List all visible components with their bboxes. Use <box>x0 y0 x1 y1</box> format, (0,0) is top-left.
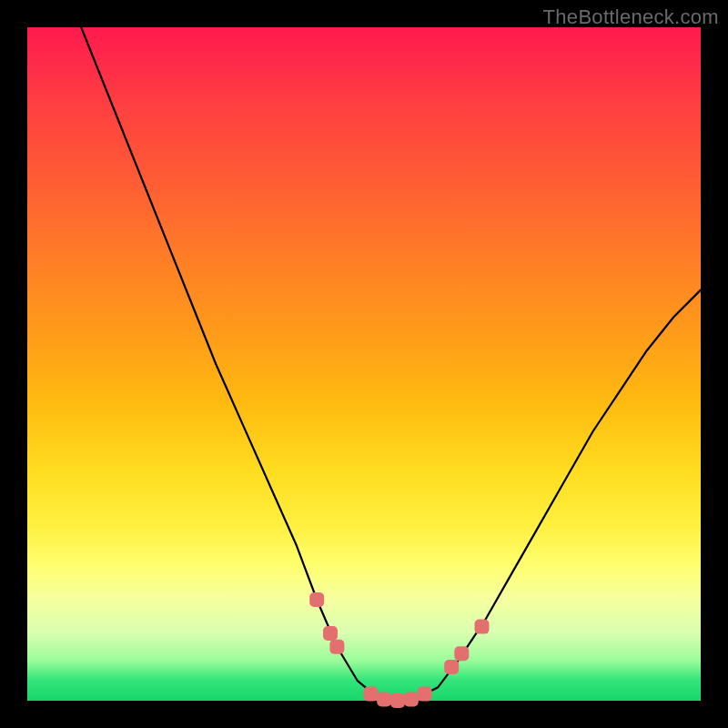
watermark-text: TheBottleneck.com <box>543 5 719 29</box>
curve-marker <box>404 693 419 707</box>
bottleneck-chart-svg <box>27 27 701 701</box>
curve-group <box>81 27 701 701</box>
curve-marker <box>454 646 469 661</box>
curve-marker <box>363 687 378 702</box>
curve-marker <box>444 660 459 674</box>
curve-marker <box>323 626 338 641</box>
curve-marker <box>475 620 490 634</box>
curve-marker <box>377 693 391 707</box>
chart-frame: TheBottleneck.com <box>0 0 728 728</box>
curve-marker <box>309 592 324 607</box>
curve-marker <box>418 687 432 702</box>
plot-area <box>27 27 701 701</box>
curve-marker <box>329 640 344 654</box>
curve-marker <box>390 693 405 708</box>
marker-group <box>309 592 489 708</box>
bottleneck-curve-path <box>81 27 701 701</box>
